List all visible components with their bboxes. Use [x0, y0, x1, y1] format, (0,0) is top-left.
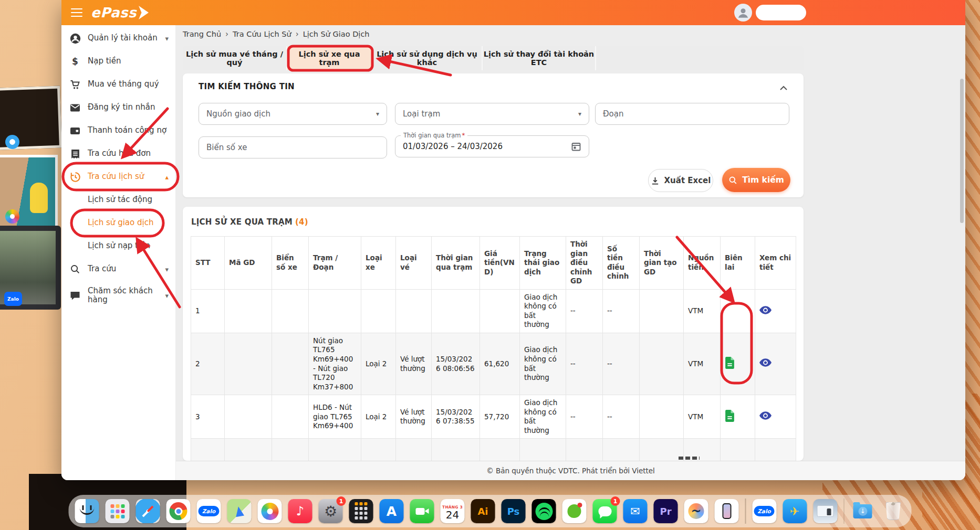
station-type-select[interactable]: Loại trạm ▾	[395, 103, 589, 125]
history-clock-icon	[69, 171, 81, 183]
cell-trang-thai: Giao dịch không có bất thường	[520, 289, 566, 333]
dock-spotify-icon[interactable]	[532, 499, 556, 523]
search-button-label: Tìm kiếm	[742, 175, 784, 185]
dock-photos-icon[interactable]	[258, 499, 282, 523]
coccoc-logo	[568, 504, 581, 518]
dock-photoshop-icon[interactable]: Ps	[502, 499, 526, 523]
date-range-field[interactable]: Thời gian qua trạm* 01/03/2026 – 24/03/2…	[395, 135, 589, 157]
dock-drawing-app-icon[interactable]: ~	[684, 499, 708, 523]
desktop-zalo-icon[interactable]: Zalo	[4, 292, 22, 306]
music-note-glyph: ♪	[296, 504, 304, 518]
table-title: LỊCH SỬ XE QUA TRẠM(4)	[191, 217, 308, 227]
eye-icon[interactable]	[759, 306, 772, 314]
logo-text: ePass	[91, 5, 137, 20]
chrome-ring	[170, 502, 187, 520]
dock-preview-window-icon[interactable]	[813, 499, 837, 523]
sidebar-item-impact-history[interactable]: Lịch sử tác động	[61, 188, 176, 211]
receipt-icon[interactable]	[725, 410, 735, 422]
cell-trang-thai	[520, 439, 566, 461]
transaction-source-select[interactable]: Nguồn giao dịch ▾	[199, 103, 387, 125]
cell-nguon-tien: VTM	[684, 395, 721, 439]
cell-ma-gd	[225, 395, 272, 439]
dock-zalo-2-icon[interactable]: Zalo	[752, 499, 776, 523]
avatar[interactable]	[734, 4, 752, 22]
dock-zalo-icon[interactable]: Zalo	[197, 499, 221, 523]
sidebar-item-label: Lịch sử giao dịch	[88, 218, 169, 227]
desktop-photos-icon[interactable]	[5, 209, 19, 224]
dock-launchpad-icon[interactable]	[106, 499, 130, 523]
sidebar-item-invoice-lookup[interactable]: Tra cứu hóa đơn	[61, 142, 176, 165]
segment-select[interactable]: Đoạn	[595, 103, 789, 125]
cell-tg-dieu-chinh: --	[566, 439, 603, 461]
dock-downloads-icon[interactable]: ↓	[851, 499, 875, 523]
dock-mail-icon[interactable]: ✉	[623, 499, 648, 523]
dock-coccoc-icon[interactable]	[562, 499, 587, 523]
breadcrumb-home[interactable]: Trang Chủ	[183, 30, 221, 38]
hamburger-menu-icon[interactable]	[71, 6, 84, 19]
dock-calendar-icon[interactable]: THÁNG 324	[441, 499, 465, 523]
dock-facetime-icon[interactable]	[410, 499, 434, 523]
sidebar-item-sms[interactable]: Đăng ký tin nhắn	[61, 96, 176, 119]
breadcrumb-history-lookup[interactable]: Tra Cứu Lịch Sử	[233, 30, 291, 38]
calendar-icon[interactable]	[571, 141, 581, 152]
tab-monthly-ticket-history[interactable]: Lịch sử mua vé tháng / quý	[183, 46, 287, 70]
cell-stt: 1	[191, 289, 225, 333]
cell-tram-doan	[309, 289, 361, 333]
dock-iphone-mirroring-icon[interactable]	[715, 499, 739, 523]
desktop-safari-icon[interactable]	[5, 135, 19, 149]
dock-calculator-icon[interactable]	[349, 499, 373, 523]
dock-safari-icon[interactable]	[136, 499, 160, 523]
sidebar-item-label: Đăng ký tin nhắn	[88, 103, 169, 112]
sidebar-item-topup-history[interactable]: Lịch sử nạp tiền	[61, 235, 176, 258]
export-excel-button[interactable]: Xuất Excel	[648, 169, 713, 192]
chevron-up-icon: ▴	[165, 173, 169, 181]
breadcrumb-transaction-history[interactable]: Lịch Sử Giao Dịch	[303, 30, 370, 38]
sidebar-item-history-lookup[interactable]: Tra cứu lịch sử ▴	[61, 165, 176, 188]
eye-icon[interactable]	[759, 358, 772, 367]
tab-station-pass-history[interactable]: Lịch sử xe qua trạm	[287, 46, 372, 70]
col-gia-tien: Giá tiền(VND)	[480, 237, 520, 290]
dock-settings-icon[interactable]: ⚙1	[319, 499, 343, 523]
cell-trang-thai: Giao dịch không có bất thường	[520, 395, 566, 439]
tab-etc-account-change-history[interactable]: Lịch sử thay đổi tài khoản ETC	[483, 46, 596, 70]
cell-loai-xe	[361, 439, 396, 461]
epass-logo[interactable]: ePass	[91, 5, 150, 20]
dock-chrome-icon[interactable]	[166, 499, 191, 523]
dock-separator	[843, 499, 845, 524]
sidebar-item-customer-care[interactable]: Chăm sóc khách hàng ▾	[61, 281, 176, 310]
dock-music-icon[interactable]: ♪	[288, 499, 312, 523]
scrollbar-thumb[interactable]	[960, 79, 964, 223]
dock-trash-icon[interactable]	[881, 499, 905, 523]
cell-bien-so	[272, 333, 309, 395]
sidebar-item-transaction-history[interactable]: Lịch sử giao dịch	[61, 211, 176, 235]
plane-glyph: ✈	[790, 505, 799, 518]
receipt-icon[interactable]	[725, 357, 735, 369]
cell-tram-doan: HLD6 - Nút giao TL765 Km69+400	[309, 395, 361, 439]
dock-premiere-icon[interactable]: Pr	[654, 499, 678, 523]
chevron-down-icon: ▾	[376, 110, 379, 118]
cell-nguon-tien: VTM	[684, 289, 721, 333]
sidebar-item-debt-payment[interactable]: Thanh toán công nợ	[61, 119, 176, 142]
dock-illustrator-icon[interactable]: Ai	[471, 499, 495, 523]
dock-app-store-icon[interactable]: A	[380, 499, 404, 523]
dock-messages-icon[interactable]: 1	[593, 499, 617, 523]
eye-icon[interactable]	[759, 411, 772, 420]
user-menu-button[interactable]	[756, 5, 806, 20]
dock-finder-icon[interactable]	[75, 499, 99, 523]
logo-arrow-icon	[138, 5, 150, 20]
license-plate-input[interactable]: Biển số xe	[199, 136, 387, 158]
sidebar-item-lookup[interactable]: Tra cứu ▾	[61, 258, 176, 281]
dock-maps-icon[interactable]	[227, 499, 252, 523]
iphone-outline	[722, 503, 731, 519]
sidebar-item-account[interactable]: Quản lý tài khoản ▾	[61, 27, 176, 50]
cell-bien-lai	[721, 439, 755, 461]
dock-travel-app-icon[interactable]: ✈	[783, 499, 807, 523]
search-icon	[69, 263, 81, 275]
tab-other-services-history[interactable]: Lịch sử sử dụng dịch vụ khác	[372, 46, 483, 70]
search-button[interactable]: Tìm kiếm	[722, 168, 790, 192]
cell-so-tien-dc: --	[603, 395, 640, 439]
sidebar-item-topup[interactable]: $ Nạp tiền	[61, 50, 176, 73]
cell-tg-dieu-chinh: --	[566, 395, 603, 439]
sidebar-item-buy-ticket[interactable]: Mua vé tháng quý	[61, 73, 176, 96]
collapse-chevron-icon[interactable]	[777, 81, 790, 95]
